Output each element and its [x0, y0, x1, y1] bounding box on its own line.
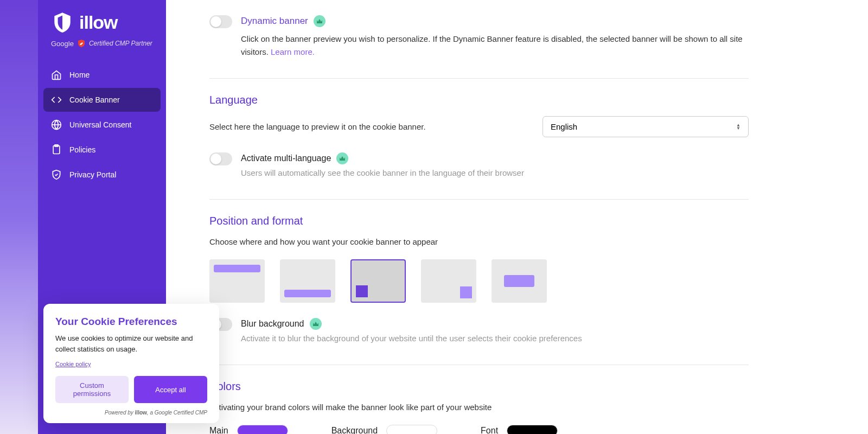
cookie-modal-desc: We use cookies to optimize our website a… — [55, 333, 207, 354]
language-heading: Language — [209, 94, 749, 106]
code-icon — [51, 94, 62, 105]
bg-color-label: Background — [331, 426, 378, 434]
home-icon — [51, 69, 62, 80]
chevron-updown-icon: ▲▼ — [736, 124, 741, 130]
multi-language-toggle[interactable] — [209, 152, 232, 165]
footer-suffix: , a Google Certified CMP — [147, 410, 207, 416]
position-heading: Position and format — [209, 215, 749, 227]
nav-label: Universal Consent — [69, 120, 131, 129]
bg-color-item: Background — [331, 425, 437, 434]
desc-text: Click on the banner preview you wish to … — [241, 34, 743, 56]
globe-icon — [51, 119, 62, 130]
language-select[interactable]: English ▲▼ — [542, 116, 749, 137]
footer-brand: illow — [135, 410, 147, 416]
nav-privacy-portal[interactable]: Privacy Portal — [43, 163, 161, 187]
verified-icon — [77, 39, 86, 48]
main-color-swatch[interactable] — [237, 425, 288, 434]
font-color-label: Font — [481, 426, 498, 434]
crown-icon — [336, 152, 348, 164]
cookie-policy-link[interactable]: Cookie policy — [55, 361, 91, 367]
dynamic-banner-section: Dynamic banner Click on the banner previ… — [209, 0, 749, 79]
bg-color-swatch[interactable] — [386, 425, 437, 434]
position-bottom-full[interactable] — [280, 259, 335, 303]
decorative-left-strip — [0, 0, 38, 434]
nav-home[interactable]: Home — [43, 63, 161, 87]
font-color-item: Font — [481, 425, 558, 434]
blur-title: Blur background — [241, 318, 749, 330]
crown-icon — [310, 318, 322, 330]
cookie-preferences-modal: Your Cookie Preferences We use cookies t… — [43, 304, 219, 423]
position-top-full[interactable] — [209, 259, 265, 303]
cert-badge: Google Certified CMP Partner — [38, 39, 166, 48]
learn-more-link[interactable]: Learn more. — [271, 47, 315, 56]
right-spacer — [781, 0, 868, 434]
cookie-modal-title: Your Cookie Preferences — [55, 316, 207, 328]
dynamic-banner-desc: Click on the banner preview you wish to … — [241, 33, 749, 59]
shield-icon — [51, 11, 74, 34]
colors-heading: Colors — [209, 380, 749, 393]
main-color-label: Main — [209, 426, 228, 434]
main-content: Dynamic banner Click on the banner previ… — [166, 0, 781, 434]
clipboard-icon — [51, 144, 62, 155]
cookie-modal-footer: Powered by illow, a Google Certified CMP — [55, 410, 207, 416]
nav-cookie-banner[interactable]: Cookie Banner — [43, 88, 161, 112]
nav-label: Privacy Portal — [69, 170, 116, 179]
dynamic-banner-toggle[interactable] — [209, 15, 232, 28]
position-sub: Choose where and how you want your cooki… — [209, 237, 749, 246]
cert-text: Certified CMP Partner — [89, 40, 152, 47]
shield-check-icon — [51, 169, 62, 180]
title-text: Dynamic banner — [241, 16, 308, 27]
crown-icon — [314, 15, 326, 27]
language-selected: English — [551, 122, 577, 131]
blur-desc: Activate it to blur the background of yo… — [241, 332, 749, 345]
title-text: Activate multi-language — [241, 154, 331, 163]
colors-section: Colors Activating your brand colors will… — [209, 365, 749, 434]
nav-label: Home — [69, 71, 90, 79]
google-logo: Google — [51, 40, 74, 48]
footer-prefix: Powered by — [105, 410, 135, 416]
position-options — [209, 259, 749, 303]
nav: Home Cookie Banner Universal Consent Pol… — [38, 63, 166, 187]
logo[interactable]: illow — [38, 11, 166, 34]
multi-language-title: Activate multi-language — [241, 152, 749, 164]
accept-all-button[interactable]: Accept all — [134, 376, 207, 403]
brand-name: illow — [79, 12, 118, 33]
nav-label: Cookie Banner — [69, 95, 120, 104]
nav-universal-consent[interactable]: Universal Consent — [43, 113, 161, 137]
nav-policies[interactable]: Policies — [43, 138, 161, 162]
title-text: Blur background — [241, 319, 304, 329]
position-section: Position and format Choose where and how… — [209, 200, 749, 365]
position-center[interactable] — [492, 259, 547, 303]
language-sub: Select here the language to preview it o… — [209, 122, 426, 131]
font-color-swatch[interactable] — [507, 425, 558, 434]
main-color-item: Main — [209, 425, 288, 434]
position-bottom-left[interactable] — [350, 259, 406, 303]
custom-permissions-button[interactable]: Custom permissions — [55, 376, 129, 403]
position-bottom-right[interactable] — [421, 259, 476, 303]
nav-label: Policies — [69, 145, 95, 154]
language-section: Language Select here the language to pre… — [209, 79, 749, 200]
colors-sub: Activating your brand colors will make t… — [209, 403, 749, 412]
dynamic-banner-title: Dynamic banner — [241, 15, 749, 27]
multi-language-desc: Users will automatically see the cookie … — [241, 167, 749, 180]
